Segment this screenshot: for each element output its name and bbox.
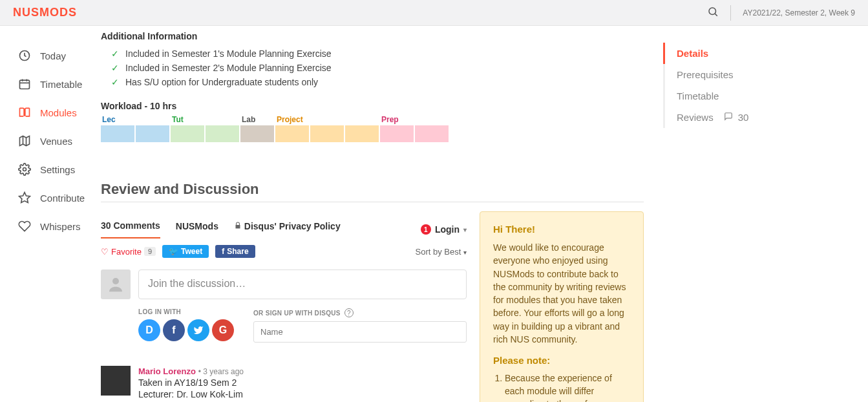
login-dropdown[interactable]: 1 Login ▾ — [421, 224, 467, 235]
svg-marker-7 — [20, 136, 30, 146]
comment-avatar — [101, 366, 131, 396]
tweet-button[interactable]: 🐦Tweet — [162, 245, 209, 258]
comment-line: Taken in AY18/19 Sem 2 — [138, 377, 467, 388]
svg-point-0 — [709, 8, 716, 15]
login-twitter-button[interactable] — [187, 319, 209, 341]
review-notice: Hi There! We would like to encourage eve… — [480, 211, 644, 402]
check-icon: ✓ — [111, 48, 119, 59]
favorite-count: 9 — [144, 247, 156, 256]
sidebar-item-venues[interactable]: Venues — [18, 127, 101, 155]
favorite-button[interactable]: ♡ Favorite 9 — [101, 247, 156, 257]
avatar-placeholder — [101, 270, 131, 299]
chevron-down-icon: ▾ — [463, 226, 467, 233]
comment-line: Lecturer: Dr. Low Kok-Lim — [138, 389, 467, 399]
comment-author[interactable]: Mario Lorenzo — [138, 366, 196, 376]
notice-heading: Hi There! — [493, 224, 630, 235]
wl-label-tut: Tut — [171, 112, 240, 125]
info-line: ✓Included in Semester 1's Module Plannin… — [101, 47, 644, 61]
sidebar-item-contribute[interactable]: Contribute — [18, 184, 101, 212]
notice-list-item: Because the experience of each module wi… — [505, 372, 630, 402]
sidebar-item-label: Contribute — [40, 193, 85, 204]
comment-time: • 3 years ago — [198, 367, 244, 376]
check-icon: ✓ — [111, 77, 119, 87]
right-nav: Details Prerequisites Timetable Reviews … — [663, 31, 831, 402]
lock-icon — [234, 221, 242, 231]
info-text: Included in Semester 1's Module Planning… — [125, 48, 332, 59]
privacy-label: Disqus' Privacy Policy — [244, 221, 341, 231]
sidebar-item-label: Timetable — [40, 79, 82, 90]
login-disqus-button[interactable]: D — [138, 319, 160, 341]
sidebar-item-today[interactable]: Today — [18, 41, 101, 70]
wl-label-prep: Prep — [380, 112, 450, 125]
sidebar-item-label: Whispers — [40, 221, 81, 232]
sidebar-item-modules[interactable]: Modules — [18, 98, 101, 127]
check-icon: ✓ — [111, 63, 119, 73]
wl-label-lec: Lec — [101, 112, 171, 125]
additional-info-heading: Additional Information — [101, 31, 644, 41]
workload-chart: Lec Tut Lab Project Prep — [101, 112, 644, 142]
share-button[interactable]: fShare — [215, 245, 255, 258]
heart-icon: ♡ — [101, 247, 109, 257]
notice-paragraph: We would like to encourage everyone who … — [493, 241, 630, 346]
chevron-down-icon: ▾ — [463, 249, 467, 256]
sidebar-item-label: Today — [40, 50, 66, 61]
sidebar: Today Timetable Modules Venues Settings … — [0, 26, 101, 402]
review-count: 30 — [738, 112, 749, 123]
svg-point-12 — [112, 278, 119, 284]
svg-rect-3 — [20, 80, 30, 89]
help-icon[interactable]: ? — [344, 308, 354, 317]
info-line: ✓Included in Semester 2's Module Plannin… — [101, 61, 644, 75]
login-facebook-button[interactable]: f — [163, 319, 185, 341]
period-label: AY2021/22, Semester 2, Week 9 — [743, 8, 855, 17]
sidebar-item-label: Settings — [40, 164, 75, 175]
info-text: Has S/U option for Undergraduate student… — [125, 77, 318, 87]
notice-subheading: Please note: — [493, 355, 630, 366]
workload-heading: Workload - 10 hrs — [101, 101, 644, 111]
svg-point-10 — [23, 168, 26, 171]
rightnav-item-prerequisites[interactable]: Prerequisites — [663, 64, 831, 85]
comment-input[interactable]: Join the discussion… — [138, 270, 467, 299]
sidebar-item-settings[interactable]: Settings — [18, 155, 101, 184]
divider — [730, 5, 731, 21]
disqus-tabbar: 30 Comments NUSMods Disqus' Privacy Poli… — [101, 220, 467, 238]
svg-marker-11 — [19, 193, 30, 203]
tab-comments[interactable]: 30 Comments — [101, 220, 160, 238]
wl-label-project: Project — [275, 112, 380, 125]
sidebar-item-timetable[interactable]: Timetable — [18, 70, 101, 98]
tab-nusmods[interactable]: NUSMods — [176, 221, 218, 238]
comment: Mario Lorenzo • 3 years ago Taken in AY1… — [101, 366, 467, 402]
info-text: Included in Semester 2's Module Planning… — [125, 63, 332, 73]
svg-line-1 — [715, 14, 717, 16]
login-label: Login — [435, 224, 460, 235]
search-icon[interactable] — [707, 6, 719, 19]
comment-icon — [724, 112, 733, 123]
rightnav-item-reviews[interactable]: Reviews 30 — [663, 107, 831, 128]
facebook-icon: f — [222, 247, 224, 256]
info-line: ✓Has S/U option for Undergraduate studen… — [101, 75, 644, 89]
logo[interactable]: NUSMODS — [13, 6, 77, 19]
main-content: Additional Information ✓Included in Seme… — [101, 31, 644, 402]
topbar: NUSMODS AY2021/22, Semester 2, Week 9 — [0, 0, 868, 26]
rightnav-item-timetable[interactable]: Timetable — [663, 85, 831, 107]
login-google-button[interactable]: G — [212, 319, 234, 341]
wl-label-lab: Lab — [240, 112, 275, 125]
sidebar-item-label: Modules — [40, 107, 77, 118]
tab-privacy[interactable]: Disqus' Privacy Policy — [234, 221, 341, 238]
sidebar-item-whispers[interactable]: Whispers — [18, 212, 101, 240]
review-heading: Review and Discussion — [101, 181, 644, 202]
sidebar-item-label: Venues — [40, 136, 72, 147]
name-input[interactable] — [253, 321, 467, 343]
twitter-icon: 🐦 — [169, 247, 178, 256]
favorite-label: Favorite — [111, 247, 142, 257]
rightnav-item-details[interactable]: Details — [663, 43, 831, 64]
login-with-label: LOG IN WITH — [138, 308, 234, 315]
sort-dropdown[interactable]: Sort by Best ▾ — [416, 247, 467, 257]
signup-with-label: OR SIGN UP WITH DISQUS — [253, 310, 341, 317]
login-badge: 1 — [421, 224, 431, 235]
